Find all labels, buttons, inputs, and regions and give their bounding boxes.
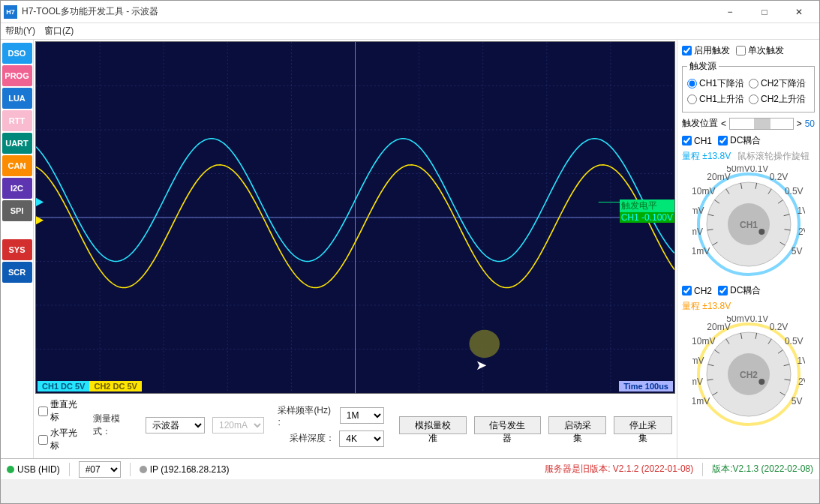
svg-text:2mV: 2mV xyxy=(692,226,703,237)
server-version-warning: 服务器是旧版本: V2.1.2 (2022-01-08) xyxy=(545,463,693,476)
svg-text:5mV: 5mV xyxy=(692,206,704,216)
ch1-enable-checkbox[interactable]: CH1 xyxy=(682,136,712,146)
ch2-enable-checkbox[interactable]: CH2 xyxy=(682,286,712,296)
sidebar-tab-uart[interactable]: UART xyxy=(2,133,32,154)
svg-text:5mV: 5mV xyxy=(692,356,704,366)
current-select[interactable]: 120mA xyxy=(212,417,264,434)
sidebar-tab-rtt[interactable]: RTT xyxy=(2,110,32,131)
sample-rate-label: 采样频率(Hz) : xyxy=(278,404,335,428)
sample-depth-select[interactable]: 4K xyxy=(339,430,384,447)
horizontal-cursor-checkbox[interactable]: 水平光标 xyxy=(38,427,86,452)
svg-text:CH2: CH2 xyxy=(739,370,757,380)
svg-text:50mV: 50mV xyxy=(726,316,749,324)
com-port-select[interactable]: #07 xyxy=(79,461,121,478)
sidebar-tab-sys[interactable]: SYS xyxy=(2,239,32,260)
trigger-pos-label: 触发位置 xyxy=(682,117,718,130)
minimize-button[interactable]: − xyxy=(713,1,747,23)
menu-window[interactable]: 窗口(Z) xyxy=(44,25,74,38)
svg-text:0.5V: 0.5V xyxy=(784,336,803,346)
analog-calibrate-button[interactable]: 模拟量校准 xyxy=(399,416,466,434)
svg-point-79 xyxy=(758,379,764,385)
channel-legend: CH1 DC 5V CH2 DC 5V xyxy=(38,381,142,392)
ch1-falling-radio[interactable]: CH1下降沿 xyxy=(687,77,744,90)
svg-text:1V: 1V xyxy=(797,206,804,216)
svg-text:10mV: 10mV xyxy=(692,186,715,196)
sample-depth-label: 采样深度： xyxy=(290,432,335,445)
ch1-range-dial[interactable]: CH11mV2mV5mV10mV20mV50mV0.1V0.2V0.5V1V2V… xyxy=(692,166,805,278)
right-panel: 启用触发 单次触发 触发源 CH1下降沿 CH2下降沿 CH1上升沿 CH2上升… xyxy=(677,40,819,458)
svg-text:0.1V: 0.1V xyxy=(749,166,768,174)
svg-text:1V: 1V xyxy=(797,356,804,366)
vertical-cursor-checkbox[interactable]: 垂直光标 xyxy=(38,398,86,424)
svg-text:1mV: 1mV xyxy=(692,396,710,406)
timebase-legend: Time 100us xyxy=(619,381,673,392)
svg-point-50 xyxy=(758,229,764,235)
signal-generator-button[interactable]: 信号发生器 xyxy=(474,416,541,434)
sidebar-tab-lua[interactable]: LUA xyxy=(2,88,32,109)
slider-left-arrow-icon[interactable]: < xyxy=(721,118,726,129)
usb-status: USB (HID) xyxy=(7,464,60,475)
sidebar-tab-spi[interactable]: SPI xyxy=(2,200,32,221)
ch2-dc-coupling-checkbox[interactable]: DC耦合 xyxy=(718,284,761,297)
sidebar-tab-scr[interactable]: SCR xyxy=(2,262,32,283)
sidebar-tab-dso[interactable]: DSO xyxy=(2,43,32,64)
sidebar-tab-i2c[interactable]: I2C xyxy=(2,178,32,199)
svg-text:2V: 2V xyxy=(797,376,804,387)
ch1-dc-coupling-checkbox[interactable]: DC耦合 xyxy=(718,134,761,147)
ip-status: IP (192.168.28.213) xyxy=(140,464,230,475)
close-button[interactable]: ✕ xyxy=(782,1,816,23)
trigger-level-label: 触发电平 CH1 -0.100V xyxy=(620,200,674,223)
stop-capture-button[interactable]: 停止采集 xyxy=(614,416,672,434)
trigger-pos-slider[interactable] xyxy=(729,118,794,130)
svg-text:2V: 2V xyxy=(797,226,804,237)
ch1-rising-radio[interactable]: CH1上升沿 xyxy=(687,93,744,106)
start-capture-button[interactable]: 启动采集 xyxy=(548,416,607,434)
ch2-range-dial[interactable]: CH21mV2mV5mV10mV20mV50mV0.1V0.2V0.5V1V2V… xyxy=(692,316,805,428)
single-trigger-checkbox[interactable]: 单次触发 xyxy=(736,44,784,57)
menu-help[interactable]: 帮助(Y) xyxy=(5,25,35,38)
app-version: 版本:V2.1.3 (2022-02-08) xyxy=(712,463,813,476)
svg-text:50mV: 50mV xyxy=(726,166,749,174)
trigger-pos-value: 50 xyxy=(805,118,815,129)
slider-right-arrow-icon[interactable]: > xyxy=(797,118,802,129)
svg-text:CH1: CH1 xyxy=(739,220,757,230)
measure-mode-label: 测量模式： xyxy=(93,412,137,438)
maximize-button[interactable]: □ xyxy=(747,1,782,23)
sidebar: DSOPROGLUARTTUARTCANI2CSPISYSSCR xyxy=(1,40,34,458)
sample-rate-select[interactable]: 1M xyxy=(340,407,384,424)
svg-text:10mV: 10mV xyxy=(692,336,715,346)
svg-text:5V: 5V xyxy=(791,396,802,406)
svg-text:5V: 5V xyxy=(791,246,802,256)
sidebar-tab-prog[interactable]: PROG xyxy=(2,65,32,86)
svg-point-21 xyxy=(469,330,500,358)
measure-mode-select[interactable]: 示波器 xyxy=(146,417,205,434)
svg-text:0.2V: 0.2V xyxy=(769,172,788,182)
enable-trigger-checkbox[interactable]: 启用触发 xyxy=(682,44,730,57)
svg-text:1mV: 1mV xyxy=(692,246,710,256)
app-icon: H7 xyxy=(4,5,17,19)
svg-text:0.1V: 0.1V xyxy=(749,316,768,324)
svg-marker-18 xyxy=(36,198,44,206)
svg-text:0.2V: 0.2V xyxy=(769,322,788,332)
svg-text:2mV: 2mV xyxy=(692,376,703,387)
svg-text:0.5V: 0.5V xyxy=(784,186,803,196)
trigger-source-group: 触发源 CH1下降沿 CH2下降沿 CH1上升沿 CH2上升沿 xyxy=(682,60,815,112)
ch2-rising-radio[interactable]: CH2上升沿 xyxy=(749,93,806,106)
ch2-falling-radio[interactable]: CH2下降沿 xyxy=(749,77,806,90)
sidebar-tab-can[interactable]: CAN xyxy=(2,155,32,176)
oscilloscope-canvas[interactable]: 触发电平 CH1 -0.100V CH1 DC 5V CH2 DC 5V Tim… xyxy=(35,41,675,394)
window-title: H7-TOOL多功能开发工具 - 示波器 xyxy=(22,5,713,18)
